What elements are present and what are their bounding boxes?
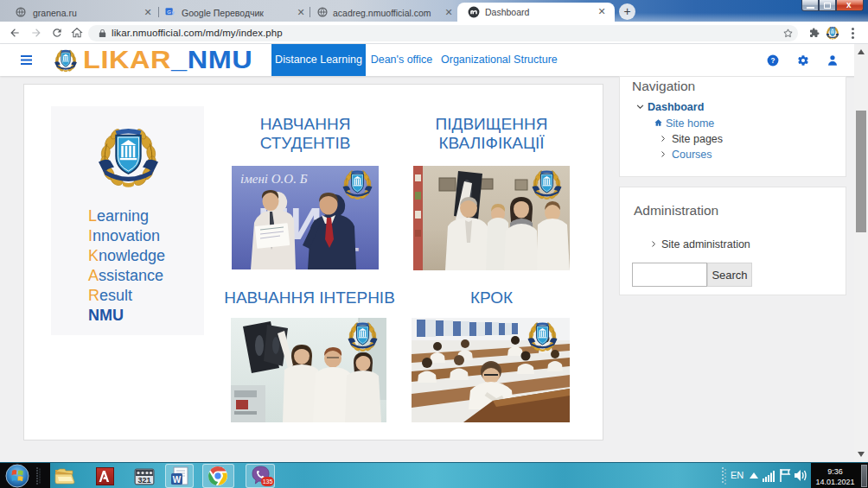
svg-text:?: ? xyxy=(771,57,775,65)
svg-text:321: 321 xyxy=(137,476,150,485)
svg-text:імені О.О. Б: імені О.О. Б xyxy=(240,172,308,186)
svg-text:W: W xyxy=(173,475,182,485)
svg-text:G: G xyxy=(167,10,171,15)
